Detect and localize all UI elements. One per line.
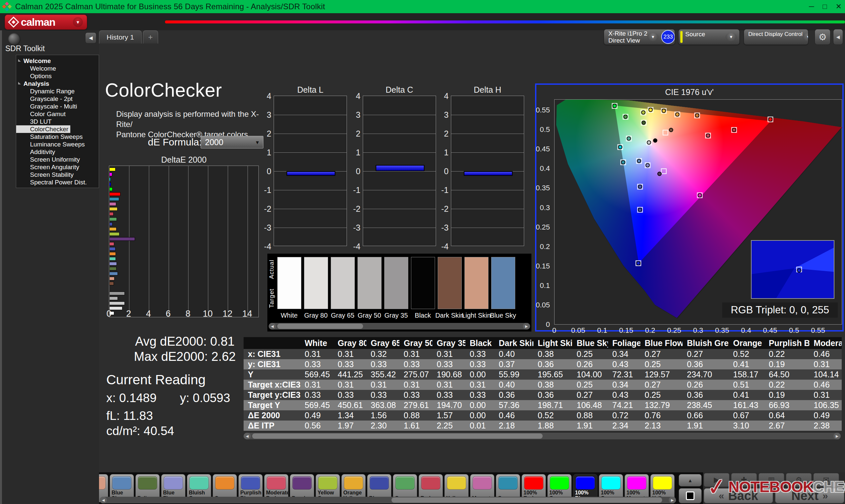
measured-dot-bluish-green [627, 137, 631, 141]
y-tick-label: -4 [437, 242, 448, 251]
measured-dot-dark-skin [669, 128, 673, 132]
deltae2000-chart: DeltaE 2000 02468101214 [109, 155, 259, 317]
measured-dot-orange-yellow [675, 112, 680, 116]
tree-item-screen-stability[interactable]: Screen Stability [16, 171, 99, 178]
swatch-gray-50[interactable] [357, 257, 382, 309]
de-bar-green [109, 217, 117, 221]
swatch-dark-skin[interactable] [438, 257, 462, 309]
tab-add-button[interactable]: + [143, 30, 158, 43]
mail-icon-button[interactable]: ✉ [813, 473, 839, 487]
sidebar-orb-button[interactable] [8, 33, 20, 46]
de-bar-purple [109, 237, 135, 241]
add-icon-button[interactable]: ✚ [731, 473, 757, 487]
cie-y-tick: 0.3 [530, 203, 550, 212]
table-cell: 0.88 [399, 411, 433, 420]
target-axis-label: Target [268, 289, 275, 308]
tree-item-colorchecker[interactable]: ColorChecker [16, 125, 70, 133]
table-cell: 0.31 [333, 349, 366, 359]
tree-item-welcome[interactable]: Welcome [16, 65, 99, 72]
table-scroll-right-icon[interactable]: ▶ [833, 433, 841, 439]
tree-item-spectral-power-dist-[interactable]: Spectral Power Dist. [16, 178, 99, 186]
back-button[interactable]: « Back [704, 488, 773, 503]
swatch-gray-65[interactable] [331, 257, 355, 309]
scroll-left-icon[interactable]: ◀ [269, 323, 276, 329]
cie1976-panel[interactable]: CIE 1976 u'v' 000.050.050.10.10.150.150.… [535, 84, 844, 331]
table-header-row: WhiteGray 80Gray 65Gray 50Gray 35BlackDa… [244, 337, 842, 349]
patch-scroll-left-icon[interactable]: ◀ [100, 497, 107, 503]
patch-color-chip [293, 476, 312, 489]
close-button[interactable]: ✕ [836, 2, 842, 11]
next-button[interactable]: Next » [775, 488, 844, 503]
tree-group-welcome[interactable]: Welcome [16, 57, 99, 65]
patch-scroll-thumb[interactable] [391, 498, 662, 503]
table-scrollbar[interactable]: ◀ ▶ [244, 433, 841, 439]
gridline [363, 171, 436, 172]
play-icon-button[interactable]: ▶ [704, 473, 729, 487]
pattern-window-button[interactable] [679, 488, 702, 503]
panel-collapse-button[interactable]: ◀ [833, 29, 843, 45]
swatch-light-skin[interactable] [464, 257, 489, 309]
tree-item-saturation-sweeps[interactable]: Saturation Sweeps [16, 133, 99, 141]
tree-item-3d-lut[interactable]: 3D LUT [16, 118, 99, 125]
source-dropdown[interactable]: Source ▼ [678, 29, 740, 45]
swatch-white[interactable] [277, 257, 301, 309]
table-cell: 1.61 [399, 421, 433, 430]
tree-item-grayscale-multi[interactable]: Grayscale - Multi [16, 103, 99, 110]
maximize-button[interactable]: □ [823, 2, 827, 11]
table-cell: 2.34 [608, 421, 640, 430]
settings-gear-button[interactable]: ⚙ [815, 29, 830, 45]
tree-item-additivity[interactable]: Additivity [16, 148, 99, 156]
tree-item-dynamic-range[interactable]: Dynamic Range [16, 87, 99, 95]
calman-menu-button[interactable]: calman ▼ [5, 15, 87, 30]
swatch-gray-80[interactable] [304, 257, 328, 309]
cie-x-tick: 0.4 [735, 326, 758, 335]
patch-color-chip [421, 476, 440, 489]
scroll-right-icon[interactable]: ▶ [523, 323, 530, 329]
table-scroll-left-icon[interactable]: ◀ [244, 433, 251, 439]
gear-icon-button[interactable]: ⚙ [786, 473, 812, 487]
patch-scrollbar[interactable]: ◀ ▶ [100, 497, 676, 503]
table-cell: 0.88 [573, 411, 608, 420]
table-cell: 57.36 [494, 400, 533, 410]
swatch-gray-35[interactable] [384, 257, 408, 309]
table-row-x-cie31: x: CIE310.310.310.320.310.310.330.400.38… [244, 349, 842, 359]
table-row--e-itp: ΔE ITP0.561.972.301.612.250.012.181.881.… [244, 420, 842, 431]
avg-de2000: Avg dE2000: 0.81 [109, 335, 261, 349]
de-formula-select[interactable]: 2000 ▼ [201, 136, 263, 148]
de-bar-orange-yellow [109, 227, 117, 231]
table-row-y: Y569.45441.25355.42275.07190.680.0055.99… [244, 370, 842, 380]
cie-y-tick: 0.25 [530, 223, 550, 232]
table-cell: 0.27 [573, 390, 608, 400]
swatch-scrollbar[interactable]: ◀ ▶ [269, 323, 530, 329]
display-control-dropdown[interactable]: Direct Display Control ▼ [744, 29, 808, 45]
sidebar-collapse-button[interactable]: ◀ [85, 32, 96, 43]
chart-icon-button[interactable]: ▥ [758, 473, 784, 487]
y-tick-label: -1 [260, 185, 271, 195]
page-title: ColorChecker [105, 79, 222, 101]
swatch-black[interactable] [411, 257, 435, 309]
patch-color-chip [627, 476, 646, 489]
tree-item-luminance-sweeps[interactable]: Luminance Sweeps [16, 141, 99, 148]
tree-item-screen-angularity[interactable]: Screen Angularity [16, 163, 99, 171]
tree-item-screen-uniformity[interactable]: Screen Uniformity [16, 156, 99, 163]
tree-group-analysis[interactable]: Analysis [16, 80, 99, 87]
patch-scroll-up-button[interactable]: ▲ [679, 474, 702, 487]
meter-dropdown[interactable]: X-Rite i1Pro 2 Direct View ▼ 233 [604, 29, 675, 45]
gridline [274, 209, 347, 209]
tab-history-1[interactable]: History 1 [99, 30, 142, 43]
swatch-blue-sky[interactable] [491, 257, 515, 309]
swatch-scroll-thumb[interactable] [277, 324, 363, 329]
table-header-cell: Gray 80 [333, 338, 366, 348]
tree-item-options[interactable]: Options [16, 72, 99, 80]
minimize-button[interactable]: ─ [809, 2, 814, 11]
patch-scroll-right-icon[interactable]: ▶ [669, 497, 676, 503]
table-scroll-thumb[interactable] [252, 433, 543, 439]
table-cell: 0.33 [465, 360, 494, 369]
gear-icon: ⚙ [818, 32, 827, 42]
y-tick-label: -4 [260, 242, 271, 251]
tree-item-color-gamut[interactable]: Color Gamut [16, 110, 99, 118]
table-cell: 0.25 [573, 380, 608, 390]
patch-color-chip [473, 476, 492, 489]
tree-item-grayscale-2pt[interactable]: Grayscale - 2pt [16, 95, 99, 103]
swatch-label: Black [408, 312, 438, 319]
